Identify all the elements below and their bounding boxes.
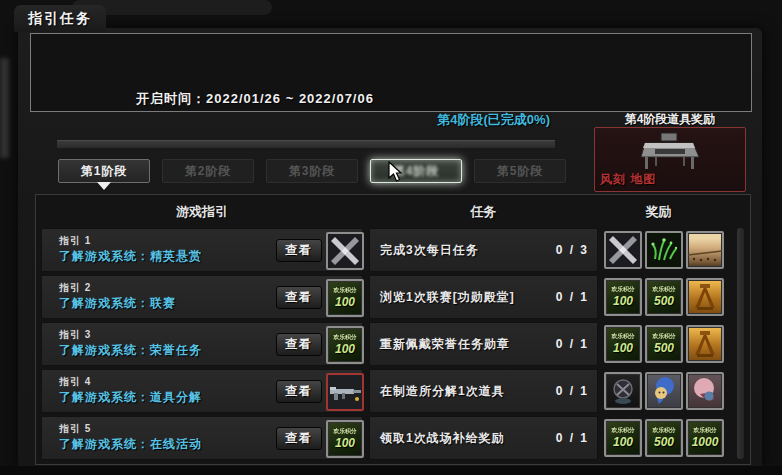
points-icon[interactable]: 欢乐积分 100 [326, 420, 364, 458]
tab-stage-5[interactable]: 第5阶段 [474, 159, 566, 183]
open-time-text: 开启时间：2022/01/26 ~ 2022/07/06 [136, 90, 374, 108]
view-button[interactable]: 查看 [276, 239, 322, 262]
tab-stage-2[interactable]: 第2阶段 [162, 159, 254, 183]
task-progress: 0 / 1 [556, 337, 589, 351]
weapon-icon[interactable] [326, 373, 364, 411]
guide-number: 指引 2 [59, 281, 91, 295]
task-progress: 0 / 3 [556, 243, 589, 257]
metal-crate-icon[interactable] [326, 232, 364, 270]
points-icon[interactable]: 欢乐积分 500 [645, 278, 683, 316]
task-table: 游戏指引 任务 奖励 指引 1 了解游戏系统：精英悬赏 查看 完成3次每 [35, 194, 751, 465]
stage-progress-label: 第4阶段(已完成0%) [350, 111, 550, 129]
table-row: 指引 5 了解游戏系统：在线活动 查看 欢乐积分 100 领取1次战场补给奖励 … [41, 416, 747, 460]
task-cell: 领取1次战场补给奖励 0 / 1 [369, 416, 598, 460]
task-text: 重新佩戴荣誉任务勋章 [380, 336, 510, 353]
points-icon[interactable]: 欢乐积分 500 [645, 325, 683, 363]
table-row: 指引 3 了解游戏系统：荣誉任务 查看 欢乐积分 100 重新佩戴荣誉任务勋章 … [41, 322, 747, 366]
guide-number: 指引 3 [59, 328, 91, 342]
character-pink-icon[interactable] [686, 372, 724, 410]
guide-number: 指引 1 [59, 234, 91, 248]
green-spark-icon[interactable] [645, 231, 683, 269]
guide-number: 指引 5 [59, 422, 91, 436]
task-progress: 0 / 1 [556, 384, 589, 398]
task-text: 完成3次每日任务 [380, 242, 479, 259]
task-cell: 重新佩戴荣誉任务勋章 0 / 1 [369, 322, 598, 366]
table-row: 指引 1 了解游戏系统：精英悬赏 查看 完成3次每日任务 0 / 3 [41, 228, 747, 272]
reward-cell [604, 372, 724, 410]
view-button[interactable]: 查看 [276, 286, 322, 309]
task-text: 在制造所分解1次道具 [380, 383, 505, 400]
tab-stage-4[interactable]: 第4阶段 [370, 159, 462, 183]
window-title: 指引任务 [28, 10, 92, 28]
character-blue-icon[interactable] [645, 372, 683, 410]
view-button[interactable]: 查看 [276, 333, 322, 356]
guide-cell: 指引 3 了解游戏系统：荣誉任务 查看 欢乐积分 100 [41, 322, 363, 366]
task-cell: 完成3次每日任务 0 / 3 [369, 228, 598, 272]
stage-reward-title: 第4阶段道具奖励 [594, 111, 746, 128]
reward-cell: 欢乐积分 100 欢乐积分 500 [604, 278, 724, 316]
bottom-shade [0, 466, 782, 475]
parchment-icon[interactable] [686, 231, 724, 269]
reward-cell: 欢乐积分 100 欢乐积分 500 欢乐积分 1000 [604, 419, 724, 457]
selected-tab-marker-icon [97, 182, 111, 190]
points-icon[interactable]: 欢乐积分 100 [604, 419, 642, 457]
gold-item-icon[interactable] [686, 325, 724, 363]
guide-title: 了解游戏系统：在线活动 [59, 436, 202, 453]
mouse-cursor-icon [388, 161, 404, 183]
guide-cell: 指引 5 了解游戏系统：在线活动 查看 欢乐积分 100 [41, 416, 363, 460]
task-rows: 指引 1 了解游戏系统：精英悬赏 查看 完成3次每日任务 0 / 3 [41, 228, 747, 463]
points-icon[interactable]: 欢乐积分 100 [604, 325, 642, 363]
reward-cell: 欢乐积分 100 欢乐积分 500 [604, 325, 724, 363]
guide-title: 了解游戏系统：精英悬赏 [59, 248, 202, 265]
header-game-guide: 游戏指引 [41, 203, 363, 221]
view-button[interactable]: 查看 [276, 427, 322, 450]
map-console-icon [631, 131, 711, 173]
guide-title: 了解游戏系统：荣誉任务 [59, 342, 202, 359]
guide-title: 了解游戏系统：联赛 [59, 295, 176, 312]
table-row: 指引 2 了解游戏系统：联赛 查看 欢乐积分 100 浏览1次联赛[功勋殿堂] … [41, 275, 747, 319]
tab-stage-3[interactable]: 第3阶段 [266, 159, 358, 183]
task-text: 浏览1次联赛[功勋殿堂] [380, 289, 515, 306]
guide-title: 了解游戏系统：道具分解 [59, 389, 202, 406]
table-row: 指引 4 了解游戏系统：道具分解 查看 在制造所分解1次道具 [41, 369, 747, 413]
background-edge-highlight [0, 58, 9, 158]
game-screen: { "window": { "title": "指引任务" }, "info":… [0, 0, 782, 475]
stage-reward-item-name: 风刻 地图 [600, 171, 656, 188]
window-title-tab: 指引任务 [14, 5, 106, 32]
header-task: 任务 [369, 203, 598, 221]
stage-reward-box[interactable]: 风刻 地图 [594, 127, 746, 192]
guide-cell: 指引 2 了解游戏系统：联赛 查看 欢乐积分 100 [41, 275, 363, 319]
points-icon[interactable]: 欢乐积分 100 [326, 326, 364, 364]
view-button[interactable]: 查看 [276, 380, 322, 403]
gray-item-icon[interactable] [604, 372, 642, 410]
table-scrollbar[interactable] [737, 228, 744, 459]
stage-progress-bar [57, 140, 555, 148]
task-cell: 浏览1次联赛[功勋殿堂] 0 / 1 [369, 275, 598, 319]
metal-crate-icon[interactable] [604, 231, 642, 269]
gold-item-icon[interactable] [686, 278, 724, 316]
task-progress: 0 / 1 [556, 290, 589, 304]
task-progress: 0 / 1 [556, 431, 589, 445]
guide-cell: 指引 1 了解游戏系统：精英悬赏 查看 [41, 228, 363, 272]
guide-number: 指引 4 [59, 375, 91, 389]
task-cell: 在制造所分解1次道具 0 / 1 [369, 369, 598, 413]
reward-cell [604, 231, 724, 269]
task-text: 领取1次战场补给奖励 [380, 430, 505, 447]
points-icon[interactable]: 欢乐积分 100 [604, 278, 642, 316]
points-icon[interactable]: 欢乐积分 100 [326, 279, 364, 317]
event-info-box: 开启时间：2022/01/26 ~ 2022/07/06 [30, 33, 752, 112]
header-reward: 奖励 [596, 203, 721, 221]
tab-stage-1[interactable]: 第1阶段 [58, 159, 150, 183]
guide-cell: 指引 4 了解游戏系统：道具分解 查看 [41, 369, 363, 413]
points-icon[interactable]: 欢乐积分 1000 [686, 419, 724, 457]
points-icon[interactable]: 欢乐积分 500 [645, 419, 683, 457]
